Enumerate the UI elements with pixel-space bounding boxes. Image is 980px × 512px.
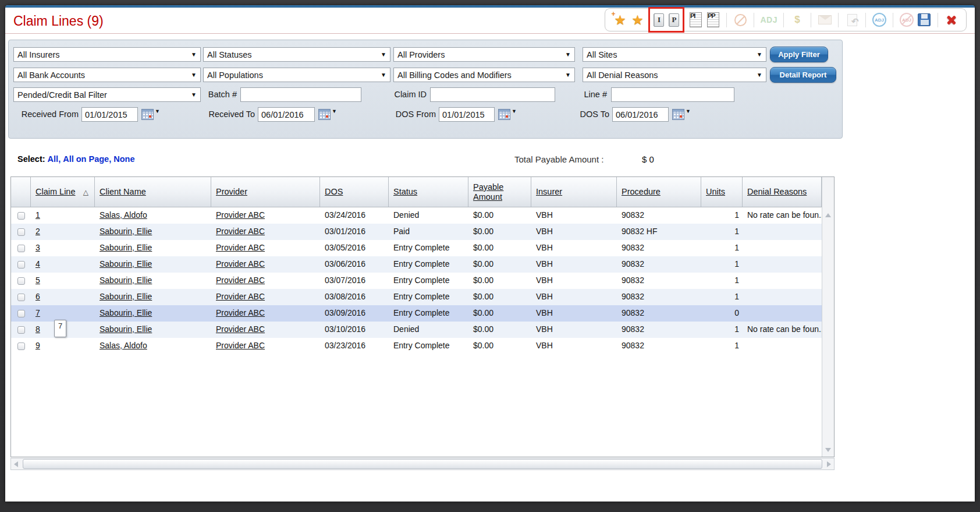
- vertical-scrollbar[interactable]: [822, 177, 834, 457]
- sites-dropdown[interactable]: All Sites ▼: [583, 47, 766, 62]
- client-name-link[interactable]: Sabourin, Ellie: [100, 243, 152, 252]
- row-checkbox[interactable]: [17, 310, 25, 317]
- claim-line-link[interactable]: 4: [35, 259, 40, 269]
- column-header-procedure[interactable]: Procedure: [617, 177, 701, 207]
- print-institutional-icon[interactable]: PI: [688, 12, 703, 28]
- dos-from-input[interactable]: [439, 107, 495, 122]
- row-checkbox[interactable]: [17, 261, 25, 269]
- table-header-row: Claim Line △ Client Name Provider DOS St…: [11, 177, 822, 207]
- close-icon[interactable]: [944, 12, 959, 28]
- client-name-link[interactable]: Salas, Aldofo: [100, 341, 147, 350]
- provider-link[interactable]: Provider ABC: [216, 243, 265, 252]
- provider-link[interactable]: Provider ABC: [216, 227, 265, 236]
- detail-report-button[interactable]: Detail Report: [770, 67, 836, 83]
- apply-filter-button[interactable]: Apply Filter: [770, 47, 828, 62]
- scroll-up-icon[interactable]: [825, 213, 831, 217]
- provider-link[interactable]: Provider ABC: [216, 259, 265, 269]
- column-header-client-name[interactable]: Client Name: [95, 177, 211, 207]
- procedure-cell: 90832: [617, 240, 701, 256]
- claim-line-link[interactable]: 8: [35, 324, 40, 334]
- print-professional-icon[interactable]: PP: [705, 12, 720, 28]
- provider-link[interactable]: Provider ABC: [216, 210, 265, 220]
- line-number-input[interactable]: [611, 87, 734, 102]
- payable-amount-cell: $0.00: [468, 305, 531, 322]
- denial-reasons-dropdown[interactable]: All Denial Reasons ▼: [583, 68, 766, 82]
- provider-link[interactable]: Provider ABC: [216, 292, 265, 301]
- institutional-button[interactable]: I: [654, 13, 664, 27]
- received-from-input[interactable]: [81, 107, 138, 122]
- row-checkbox[interactable]: [17, 342, 25, 350]
- calendar-caret-icon[interactable]: ▼: [512, 108, 517, 114]
- pended-filter-dropdown[interactable]: Pended/Credit Bal Filter ▼: [13, 87, 201, 102]
- provider-link[interactable]: Provider ABC: [216, 341, 265, 350]
- row-checkbox[interactable]: [17, 245, 25, 252]
- claim-line-link[interactable]: 3: [35, 243, 40, 252]
- row-checkbox[interactable]: [17, 228, 25, 236]
- claim-line-link[interactable]: 7: [35, 308, 40, 317]
- table-row: 2 Sabourin, Ellie Provider ABC 03/01/201…: [11, 224, 822, 240]
- select-all-link[interactable]: All: [48, 154, 59, 164]
- select-all-on-page-link[interactable]: All on Page: [63, 154, 109, 164]
- favorite-icon[interactable]: ★: [630, 12, 645, 28]
- column-header-payable-amount[interactable]: Payable Amount: [468, 177, 531, 207]
- column-header-status[interactable]: Status: [389, 177, 468, 207]
- row-checkbox[interactable]: [17, 212, 25, 220]
- calendar-icon[interactable]: [318, 109, 331, 120]
- column-header-dos[interactable]: DOS: [320, 177, 389, 207]
- client-name-link[interactable]: Sabourin, Ellie: [100, 227, 152, 236]
- calendar-caret-icon[interactable]: ▼: [332, 108, 337, 114]
- claim-line-link[interactable]: 5: [35, 276, 40, 285]
- professional-button[interactable]: P: [669, 13, 679, 27]
- bank-accounts-dropdown[interactable]: All Bank Accounts ▼: [13, 68, 201, 82]
- scroll-right-icon[interactable]: [827, 461, 831, 467]
- column-header-denial-reasons[interactable]: Denial Reasons: [743, 177, 822, 207]
- provider-link[interactable]: Provider ABC: [216, 276, 265, 285]
- scroll-left-icon[interactable]: [14, 461, 18, 467]
- insurer-cell: VBH: [531, 207, 617, 224]
- billing-codes-dropdown[interactable]: All Billing Codes and Modifiers ▼: [393, 68, 575, 82]
- client-name-link[interactable]: Salas, Aldofo: [100, 210, 147, 220]
- client-name-link[interactable]: Sabourin, Ellie: [100, 324, 152, 334]
- scrollbar-thumb[interactable]: [23, 459, 822, 469]
- populations-dropdown[interactable]: All Populations ▼: [203, 68, 390, 82]
- client-name-link[interactable]: Sabourin, Ellie: [100, 259, 152, 269]
- statuses-dropdown[interactable]: All Statuses ▼: [203, 47, 390, 62]
- client-name-link[interactable]: Sabourin, Ellie: [100, 292, 152, 301]
- column-header-claim-line[interactable]: Claim Line △: [31, 177, 95, 207]
- claim-line-link[interactable]: 1: [35, 210, 40, 220]
- row-checkbox[interactable]: [17, 277, 25, 285]
- favorite-add-icon[interactable]: ★+: [612, 12, 627, 28]
- provider-link[interactable]: Provider ABC: [216, 324, 265, 334]
- claim-line-link[interactable]: 6: [35, 292, 40, 301]
- claim-line-link[interactable]: 2: [35, 227, 40, 236]
- row-checkbox[interactable]: [17, 326, 25, 334]
- batch-label: Batch #: [201, 87, 237, 102]
- column-header-insurer[interactable]: Insurer: [531, 177, 617, 207]
- payable-amount-cell: $0.00: [468, 273, 531, 289]
- claim-line-link[interactable]: 9: [35, 341, 40, 350]
- client-name-link[interactable]: Sabourin, Ellie: [100, 276, 152, 285]
- save-icon[interactable]: [917, 12, 932, 28]
- dos-to-input[interactable]: [612, 107, 669, 122]
- providers-dropdown[interactable]: All Providers ▼: [393, 47, 575, 62]
- calendar-icon[interactable]: [141, 109, 154, 120]
- status-cell: Entry Complete: [389, 305, 468, 322]
- column-header-units[interactable]: Units: [701, 177, 743, 207]
- provider-link[interactable]: Provider ABC: [216, 308, 265, 317]
- calendar-icon[interactable]: [672, 109, 684, 120]
- calendar-caret-icon[interactable]: ▼: [686, 108, 691, 114]
- adjustment-blue-icon[interactable]: ADJ: [872, 12, 887, 28]
- batch-input[interactable]: [240, 87, 361, 102]
- select-none-link[interactable]: None: [113, 154, 134, 164]
- horizontal-scrollbar[interactable]: [10, 458, 835, 470]
- calendar-icon[interactable]: [498, 109, 510, 120]
- received-to-input[interactable]: [258, 107, 315, 122]
- scroll-down-icon[interactable]: [825, 448, 831, 452]
- row-checkbox[interactable]: [17, 294, 25, 301]
- client-name-link[interactable]: Sabourin, Ellie: [100, 308, 152, 317]
- calendar-caret-icon[interactable]: ▼: [155, 108, 160, 114]
- insurer-cell: VBH: [531, 305, 617, 322]
- claim-id-input[interactable]: [430, 87, 555, 102]
- insurers-dropdown[interactable]: All Insurers ▼: [13, 47, 201, 62]
- column-header-provider[interactable]: Provider: [211, 177, 320, 207]
